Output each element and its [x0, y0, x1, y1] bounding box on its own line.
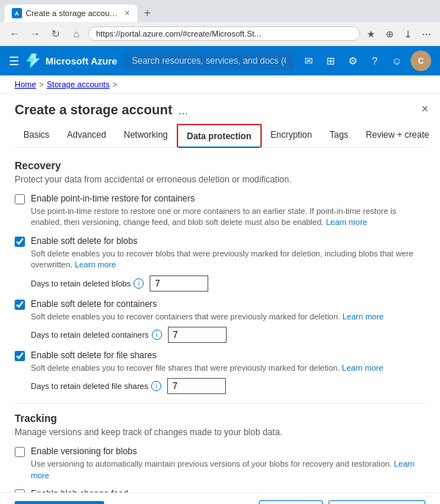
checkbox-label-soft-delete-blobs: Enable soft delete for blobs: [31, 236, 137, 246]
browser-action-4[interactable]: ⋯: [418, 26, 434, 42]
learn-more-soft-delete-shares[interactable]: Learn more: [342, 363, 383, 372]
tab-data-protection[interactable]: Data protection: [177, 124, 262, 147]
learn-more-point-in-time[interactable]: Learn more: [326, 218, 367, 226]
settings-icon[interactable]: ⚙: [345, 53, 361, 69]
breadcrumb-sep-2: >: [112, 80, 117, 89]
checkbox-row-soft-delete-blobs: Enable soft delete for blobs: [15, 236, 425, 247]
back-button[interactable]: ←: [6, 25, 23, 42]
user-avatar[interactable]: C: [411, 51, 431, 71]
tab-favicon: A: [12, 8, 22, 18]
tab-title: Create a storage account - Micr...: [26, 9, 121, 18]
breadcrumb-home[interactable]: Home: [15, 80, 36, 89]
checkbox-label-soft-delete-shares: Enable soft delete for file shares: [31, 350, 156, 360]
checkbox-row-point-in-time: Enable point-in-time restore for contain…: [15, 193, 425, 204]
browser-controls: ← → ↻ ⌂ ★ ⊕ ⤓ ⋯: [0, 22, 440, 45]
azure-logo: Microsoft Azure: [26, 53, 117, 68]
checkbox-label-versioning: Enable versioning for blobs: [31, 446, 137, 456]
tab-close-button[interactable]: ×: [125, 8, 130, 18]
checkbox-group-point-in-time: Enable point-in-time restore for contain…: [15, 193, 425, 229]
checkbox-row-change-feed: Enable blob change feed: [15, 489, 425, 492]
recovery-title: Recovery: [15, 160, 425, 171]
tracking-divider: [15, 403, 425, 404]
browser-chrome: A Create a storage account - Micr... × +…: [0, 0, 440, 46]
breadcrumb: Home > Storage accounts >: [0, 75, 440, 94]
tracking-title: Tracking: [15, 412, 425, 424]
tabs-bar: BasicsAdvancedNetworkingData protectionE…: [15, 124, 425, 148]
learn-more-versioning[interactable]: Learn more: [31, 459, 414, 479]
review-create-button[interactable]: Review + create: [15, 501, 104, 504]
help-icon[interactable]: ?: [367, 53, 383, 69]
input-row-soft-delete-blobs: Days to retain deleted blobs i: [31, 275, 425, 292]
browser-action-1[interactable]: ★: [363, 26, 379, 42]
forward-button[interactable]: →: [26, 25, 44, 42]
azure-logo-icon: [26, 53, 41, 68]
azure-header: ☰ Microsoft Azure ✉ ⊞ ⚙ ? ☺ C: [0, 46, 440, 75]
page-title: Create a storage account: [15, 103, 172, 118]
home-button[interactable]: ⌂: [67, 25, 85, 42]
checkbox-desc-soft-delete-containers: Soft delete enables you to recover conta…: [31, 311, 425, 322]
checkbox-point-in-time[interactable]: [15, 194, 25, 204]
checkbox-group-soft-delete-blobs: Enable soft delete for blobsSoft delete …: [15, 236, 425, 292]
learn-more-soft-delete-blobs[interactable]: Learn more: [75, 260, 116, 269]
page-header: Create a storage account ...: [15, 94, 425, 124]
number-input-soft-delete-containers[interactable]: [168, 327, 227, 343]
checkbox-soft-delete-containers[interactable]: [15, 300, 25, 310]
checkbox-soft-delete-blobs[interactable]: [15, 237, 25, 247]
checkbox-desc-versioning: Use versioning to automatically maintain…: [31, 459, 425, 481]
address-bar[interactable]: [88, 26, 360, 41]
learn-more-soft-delete-containers[interactable]: Learn more: [342, 312, 384, 321]
info-icon-soft-delete-containers[interactable]: i: [152, 330, 162, 340]
checkbox-change-feed[interactable]: [15, 489, 25, 492]
tab-tags[interactable]: Tags: [320, 124, 356, 147]
number-input-soft-delete-shares[interactable]: [167, 378, 226, 394]
checkbox-versioning[interactable]: [15, 447, 25, 457]
feedback-icon[interactable]: ☺: [389, 53, 405, 69]
breadcrumb-storage[interactable]: Storage accounts: [47, 80, 110, 89]
tab-basics[interactable]: Basics: [15, 124, 58, 147]
info-icon-soft-delete-blobs[interactable]: i: [133, 278, 144, 289]
tab-encryption[interactable]: Encryption: [262, 124, 321, 147]
main-content: × Create a storage account ... BasicsAdv…: [0, 94, 440, 492]
input-label-soft-delete-containers: Days to retain deleted containers i: [31, 330, 162, 340]
page-options-button[interactable]: ...: [178, 104, 188, 117]
checkbox-group-versioning: Enable versioning for blobsUse versionin…: [15, 446, 425, 481]
new-tab-button[interactable]: +: [139, 4, 156, 22]
checkbox-group-soft-delete-containers: Enable soft delete for containersSoft de…: [15, 299, 425, 343]
input-row-soft-delete-shares: Days to retain deleted file shares i: [31, 378, 425, 394]
close-button[interactable]: ×: [422, 103, 428, 116]
notifications-icon[interactable]: ✉: [301, 53, 317, 69]
tab-review-create[interactable]: Review + create: [357, 124, 438, 147]
cloud-shell-icon[interactable]: ⊞: [323, 53, 339, 69]
checkbox-label-soft-delete-containers: Enable soft delete for containers: [31, 299, 157, 309]
refresh-button[interactable]: ↻: [47, 25, 65, 42]
checkbox-desc-point-in-time: Use point-in-time restore to restore one…: [31, 206, 425, 229]
checkbox-soft-delete-shares[interactable]: [15, 351, 25, 361]
tab-networking[interactable]: Networking: [115, 124, 177, 147]
previous-button[interactable]: < Previous: [259, 500, 323, 504]
checkbox-desc-soft-delete-shares: Soft delete enables you to recover file …: [31, 363, 425, 374]
azure-search-input[interactable]: [125, 52, 293, 70]
checkbox-row-versioning: Enable versioning for blobs: [15, 446, 425, 457]
azure-logo-text: Microsoft Azure: [45, 56, 117, 67]
checkbox-row-soft-delete-containers: Enable soft delete for containers: [15, 299, 425, 310]
input-label-soft-delete-shares: Days to retain deleted file shares i: [31, 381, 161, 391]
browser-action-2[interactable]: ⊕: [381, 26, 397, 42]
recovery-desc: Protect your data from accidental or err…: [15, 174, 425, 185]
checkbox-group-soft-delete-shares: Enable soft delete for file sharesSoft d…: [15, 350, 425, 394]
tab-advanced[interactable]: Advanced: [58, 124, 114, 147]
recovery-section: Recovery Protect your data from accident…: [15, 160, 425, 394]
hamburger-menu[interactable]: ☰: [9, 54, 19, 68]
checkbox-row-soft-delete-shares: Enable soft delete for file shares: [15, 350, 425, 361]
header-icons: ✉ ⊞ ⚙ ? ☺ C: [301, 51, 431, 71]
info-icon-soft-delete-shares[interactable]: i: [151, 381, 161, 391]
number-input-soft-delete-blobs[interactable]: [150, 275, 208, 292]
browser-action-3[interactable]: ⤓: [400, 26, 416, 42]
breadcrumb-sep-1: >: [39, 80, 43, 89]
browser-tab[interactable]: A Create a storage account - Micr... ×: [4, 4, 137, 22]
input-row-soft-delete-containers: Days to retain deleted containers i: [31, 327, 425, 343]
next-button[interactable]: Next : Encryption >: [329, 500, 425, 504]
input-label-soft-delete-blobs: Days to retain deleted blobs i: [31, 278, 144, 289]
browser-actions: ★ ⊕ ⤓ ⋯: [363, 26, 434, 42]
checkbox-group-change-feed: Enable blob change feedKeep track of cre…: [15, 489, 425, 492]
footer: Review + create < Previous Next : Encryp…: [0, 492, 440, 504]
